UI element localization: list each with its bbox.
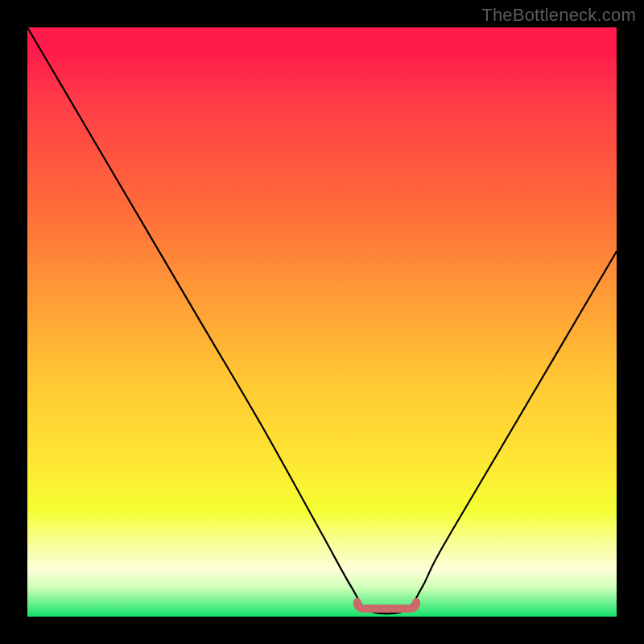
chart-container: TheBottleneck.com bbox=[0, 0, 644, 644]
curve-line bbox=[27, 27, 617, 613]
watermark-text: TheBottleneck.com bbox=[481, 5, 636, 26]
plateau-marker bbox=[357, 602, 416, 609]
plot-area bbox=[27, 27, 617, 617]
chart-svg bbox=[27, 27, 617, 617]
